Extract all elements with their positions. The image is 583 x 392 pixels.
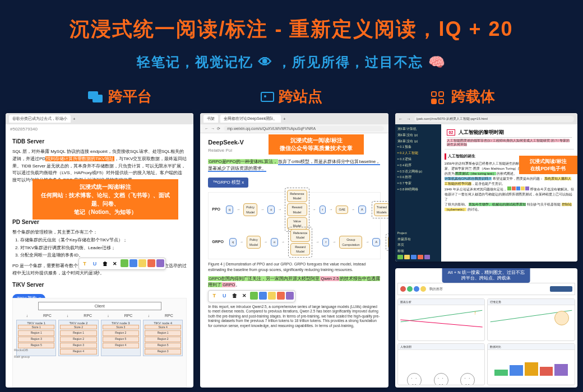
close-button[interactable]: ✕ [110,259,119,268]
outline-item[interactable]: = 0.6 推理 [397,175,439,180]
paragraph: 整个集群的管理模块，其主要工作有三个： [12,229,187,236]
outline-item[interactable]: = 0.1 预备 [397,144,439,150]
color-swatch-purple[interactable] [156,259,164,267]
section-heading: TiKV Server [12,281,187,290]
model-tag[interactable]: ™GRPO 模型 x [208,178,248,188]
outline-item[interactable]: Project [397,231,439,236]
outline-item-active[interactable]: = 0.2 人工智能 [397,151,439,156]
highlight-green[interactable]: GRPO在国内得到广泛关注，另一家国内开源大模型阿里 [208,276,320,281]
card-chart[interactable]: 数据对比 [487,343,575,386]
tikv-node: TiKV node 2 Store 2 Region 1 Region 2 Re… [58,320,98,356]
color-swatch-yellow[interactable] [268,292,276,300]
panels-row: 谷歌分类已成为过去式，职场小 + #5028579340 TiDB Server… [0,113,583,388]
toolbar-dot[interactable] [414,286,419,292]
section-heading: TiDB Server [12,137,187,146]
paragraph: In this report, we introduce Qwen2.5, a … [208,305,380,328]
tikv-node: TiKV node 3 Store 3 Region 2 Region 5 Re… [101,320,141,356]
chapter-title: 人工智能的黎明时期 [459,129,504,135]
card-people[interactable]: 人物说明 [397,343,485,386]
arrow-down-icon: ↓ [147,314,150,318]
card-chart[interactable]: 图表分析 [397,298,485,341]
delete-button[interactable]: 🗑 [230,292,239,301]
ordered-list: 存储集群的元信息（某个Key存储在那个TiKV节点）； 对TiKV集群进行调度和… [20,237,187,259]
outline-item[interactable]: = 0.4 程序 [397,163,439,168]
article-body: DeepSeek-V RPO（Group Relative Pol GRPO是P… [200,133,388,333]
chapter-number: 02 [447,129,456,136]
highlight-pink[interactable]: Qwen 2.5 [320,276,339,281]
pdf-outline[interactable]: 第5章 计算机 第6章 没有 (p) 第6章 没有 (p) = 0.1 预备 =… [395,124,441,262]
outline-item[interactable]: = 0.3 逻辑 [397,157,439,162]
client-box: Client [38,302,161,310]
tab-label[interactable]: 我的推荐 [429,287,549,292]
arrow-down-icon: ↓ [26,314,29,318]
arrow-down-icon: ↓ [107,314,109,318]
chart-area [490,352,572,380]
text-style-button[interactable]: T [80,259,89,268]
highlight-green[interactable]: 图灵测试（the turing test） [455,172,496,175]
browser-tab[interactable]: 谷歌分类已成为过去式，职场小 [9,115,71,123]
toolbar-dot[interactable] [407,286,413,292]
outline-item[interactable]: 第6章 没有 (p) [397,133,439,138]
delete-button[interactable]: 🗑 [100,259,109,268]
browser-tab[interactable]: 书架 [203,115,218,123]
color-swatch-orange[interactable] [277,292,285,300]
color-swatch-blue[interactable] [259,292,267,300]
highlight-green[interactable]: 意如今生物学、机械论的测试程序原知 [469,203,526,206]
face-icon [554,311,569,325]
text-style-button[interactable]: T [210,292,219,301]
outline-item[interactable]: = 0.8 神经网络 [397,187,439,192]
color-swatch-orange[interactable] [147,259,155,267]
highlight-blue[interactable]: 计算机真有CPU和自我意识吗？ [445,177,492,180]
color-swatch-yellow[interactable] [138,259,146,267]
color-swatch-blue[interactable] [129,259,137,267]
outline-item[interactable]: 本页 [397,242,439,248]
panel-search-dashboard: Alt + N 统一搜索，精到图文、过目不忘 跨平台、跨站点、跨载体 我的推荐 … [395,268,577,388]
color-swatch-green[interactable] [250,292,258,300]
dashboard-toolbar[interactable]: 我的推荐 [397,283,575,295]
feature-label: 跨平台 [108,87,152,106]
outline-item[interactable]: 本篇所有 [397,237,439,242]
card-chart[interactable]: 行情走势 [487,298,575,341]
underline-button[interactable]: U [220,292,229,301]
outline-item[interactable]: 第5章 计算机 [397,127,439,132]
subtitle-text-2: ，所见所得，过目不忘 [277,54,428,69]
color-swatches-inline[interactable] [507,186,529,190]
color-swatch-green[interactable] [121,259,128,267]
toolbar-dot[interactable] [420,286,426,292]
architecture-diagram: Client ↓ RPC ↓ RPC ↓ RPC ↓ RPC TiKV node… [12,298,187,388]
brain-icon: 🧠 [428,54,446,69]
highlight-toolbar[interactable]: T U 🗑 ✕ [78,258,166,270]
window-icon [261,92,274,102]
stack-icon [88,91,104,102]
url-text: (pek.com)/ms/5070-从精灵人工智能-pg=15.html [414,116,574,122]
tag-icons [397,255,439,259]
new-tab-button[interactable]: + [73,116,76,122]
callout-annotation: 沉浸式统一阅读/标注 任何网站：技术博客、论坛、文档（飞书等）、面试题、问卷、 … [33,179,178,220]
highlight-toolbar[interactable]: T U 🗑 ✕ [208,290,295,302]
toolbar-dot[interactable] [400,286,406,292]
paragraph: GRPO在国内得到广泛关注，另一家国内开源大模型阿里Qwen 2.5的技术报告中… [208,276,380,288]
new-tab-button[interactable]: + [283,116,286,122]
outline-item[interactable]: 第6章 没有 (p) [397,139,439,144]
underline-button[interactable]: U [90,259,99,268]
outline-item[interactable]: 标签 [397,249,439,254]
highlight-green[interactable]: GRPO是PPO的一种变体RL算法， [208,159,278,164]
remove-tag-icon[interactable]: x [242,180,244,185]
outline-item[interactable]: = 0.7 专家 [397,181,439,186]
outline-item[interactable]: = 0.5 语义网络(p) [397,169,439,174]
panel-cross-site: 书架 全网都在讨论DeepSeek团队、 + ←→⟳ mp.weixin.qq.… [200,113,388,388]
color-swatch-purple[interactable] [286,292,294,300]
article-body: TiDB Server SQL 层，对外暴露 MySQL 协议的连接 endpo… [6,137,193,304]
browser-chrome: 书架 全网都在讨论DeepSeek团队、 + [200,113,388,124]
url-bar[interactable]: ←→⟳ mp.weixin.qq.com/s/QuXVLWVItR7cApuSq… [200,124,388,133]
highlight-pink[interactable]: 人工智能图灵谁的领军菲舍尔 / 工程师出身的人如何变成人工智能研究 的？/ 专家… [447,139,570,146]
feature-cross-media: 跨载体 [431,87,495,106]
face-icon [460,373,475,385]
highlight-orange[interactable]: 找到存储计算所需数据的TiKV地址 [45,156,114,161]
close-button[interactable]: ✕ [240,292,249,301]
url-text: mp.weixin.qq.com/s/QuXVLWVItR7cApuSqFVNR… [224,126,383,131]
browser-chrome: ←→ (pek.com)/ms/5070-从精灵人工智能-pg=15.html [395,113,577,124]
date-chip[interactable] [550,286,572,292]
browser-tab[interactable]: 全网都在讨论DeepSeek团队、 [220,115,281,123]
list-item: 对TiKV集群进行调度和负载均衡、Leader迁移； [20,245,187,252]
